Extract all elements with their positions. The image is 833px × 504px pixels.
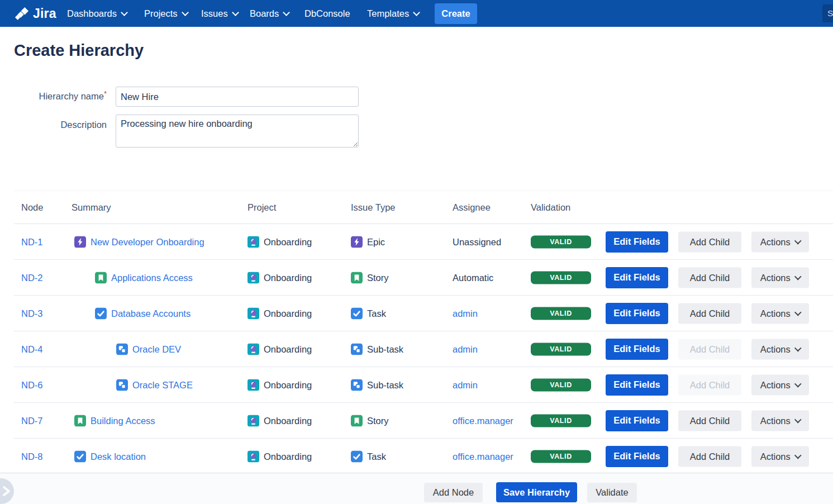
validation-badge: VALID	[531, 271, 591, 284]
story-icon	[351, 272, 363, 283]
chevron-down-icon	[182, 9, 189, 16]
actions-button[interactable]: Actions	[751, 339, 809, 359]
actions-button[interactable]: Actions	[751, 303, 809, 324]
top-navbar: Jira Dashboards Projects Issues Boards D…	[0, 0, 833, 27]
edit-fields-button[interactable]: Edit Fields	[606, 267, 668, 288]
subtask-icon	[351, 379, 363, 391]
header-summary: Summary	[72, 202, 111, 213]
actions-button[interactable]: Actions	[751, 267, 809, 288]
node-id-link[interactable]: ND-7	[21, 415, 43, 426]
project-avatar-icon	[247, 379, 259, 391]
summary-link[interactable]: Oracle STAGE	[132, 379, 193, 390]
assignee-link[interactable]: admin	[453, 308, 478, 318]
task-icon	[95, 307, 107, 319]
table-row: ND-2 Applications Access Onboarding Stor…	[14, 260, 833, 296]
required-marker: *	[104, 89, 107, 98]
project-name: Onboarding	[264, 344, 312, 354]
assignee: Automatic	[453, 272, 493, 283]
table-row: ND-4 Oracle DEV Onboarding Sub-task admi…	[14, 331, 833, 367]
project-avatar-icon	[247, 450, 259, 462]
add-child-button[interactable]: Add Child	[678, 446, 741, 467]
create-button[interactable]: Create	[435, 3, 477, 24]
validation-badge: VALID	[531, 378, 591, 391]
add-child-button[interactable]: Add Child	[678, 303, 741, 324]
nav-item-dashboards[interactable]: Dashboards	[67, 0, 127, 27]
validate-button[interactable]: Validate	[587, 483, 637, 502]
save-hierarchy-button[interactable]: Save Hierarchy	[496, 482, 577, 502]
hierarchy-name-input[interactable]	[116, 87, 359, 107]
hierarchy-name-label: Hierarchy name*	[23, 91, 107, 102]
subtask-icon	[351, 343, 363, 355]
header-validation: Validation	[531, 202, 570, 213]
edit-fields-button[interactable]: Edit Fields	[606, 446, 668, 467]
jira-logo-text: Jira	[33, 6, 56, 21]
node-id-link[interactable]: ND-8	[21, 451, 43, 462]
nav-item-templates[interactable]: Templates	[367, 0, 419, 27]
edit-fields-button[interactable]: Edit Fields	[606, 339, 668, 360]
jira-logo[interactable]: Jira	[15, 0, 56, 27]
edit-fields-button[interactable]: Edit Fields	[606, 303, 668, 324]
project-name: Onboarding	[264, 308, 312, 318]
actions-button[interactable]: Actions	[751, 231, 809, 252]
story-icon	[95, 272, 107, 283]
summary-link[interactable]: Applications Access	[111, 272, 193, 283]
issue-type-name: Task	[367, 451, 386, 462]
project-avatar-icon	[247, 415, 259, 426]
chevron-down-icon	[794, 380, 801, 387]
subtask-icon	[116, 379, 128, 391]
node-id-link[interactable]: ND-2	[21, 272, 43, 283]
jira-logo-icon	[15, 6, 30, 21]
table-header: Node Summary Project Issue Type Assignee…	[14, 191, 833, 224]
add-child-button[interactable]: Add Child	[678, 410, 741, 431]
task-icon	[74, 450, 86, 462]
node-id-link[interactable]: ND-1	[21, 236, 43, 247]
chevron-right-icon	[2, 486, 12, 497]
table-row: ND-1 New Developer Onboarding Onboarding…	[14, 224, 833, 260]
add-node-button[interactable]: Add Node	[424, 483, 483, 502]
summary-link[interactable]: New Developer Onboarding	[91, 236, 204, 247]
issue-type-name: Sub-task	[367, 379, 403, 390]
actions-button[interactable]: Actions	[751, 446, 809, 467]
add-child-button[interactable]: Add Child	[678, 231, 741, 252]
summary-link[interactable]: Desk location	[91, 451, 146, 462]
assignee-link[interactable]: office.manager	[453, 451, 513, 462]
edit-fields-button[interactable]: Edit Fields	[606, 374, 668, 396]
description-label: Description	[23, 120, 107, 130]
chevron-down-icon	[413, 9, 420, 16]
actions-button[interactable]: Actions	[751, 410, 809, 431]
description-textarea[interactable]: Processing new hire onboarding	[116, 115, 359, 148]
issue-type-name: Task	[367, 308, 386, 318]
page-title: Create Hierarchy	[14, 41, 144, 60]
chevron-down-icon	[121, 9, 128, 16]
edit-fields-button[interactable]: Edit Fields	[606, 410, 668, 431]
project-avatar-icon	[247, 343, 259, 355]
node-id-link[interactable]: ND-4	[21, 344, 43, 354]
issue-type-name: Story	[367, 415, 389, 426]
node-id-link[interactable]: ND-6	[21, 379, 43, 390]
chevron-down-icon	[232, 9, 239, 16]
node-id-link[interactable]: ND-3	[21, 308, 43, 318]
assignee-link[interactable]: office.manager	[453, 415, 513, 426]
assignee-link[interactable]: admin	[453, 344, 478, 354]
project-name: Onboarding	[264, 272, 312, 283]
actions-button[interactable]: Actions	[751, 374, 809, 395]
validation-badge: VALID	[531, 235, 591, 248]
table-row: ND-3 Database Accounts Onboarding Task a…	[14, 296, 833, 331]
nav-item-issues[interactable]: Issues	[201, 0, 238, 27]
nav-item-projects[interactable]: Projects	[144, 0, 188, 27]
edit-fields-button[interactable]: Edit Fields	[606, 231, 668, 253]
header-assignee: Assignee	[453, 202, 491, 213]
project-name: Onboarding	[264, 236, 312, 247]
summary-link[interactable]: Oracle DEV	[132, 344, 181, 354]
nav-item-dbconsole[interactable]: DbConsole	[304, 0, 350, 27]
chevron-down-icon	[794, 273, 801, 279]
header-issue-type: Issue Type	[351, 202, 396, 213]
nav-item-boards[interactable]: Boards	[250, 0, 289, 27]
add-child-button[interactable]: Add Child	[678, 267, 741, 288]
project-avatar-icon	[247, 307, 259, 319]
assignee-link[interactable]: admin	[453, 379, 478, 390]
epic-icon	[351, 236, 363, 248]
search-input[interactable]	[822, 4, 833, 22]
summary-link[interactable]: Database Accounts	[111, 308, 191, 318]
summary-link[interactable]: Building Access	[91, 415, 155, 426]
